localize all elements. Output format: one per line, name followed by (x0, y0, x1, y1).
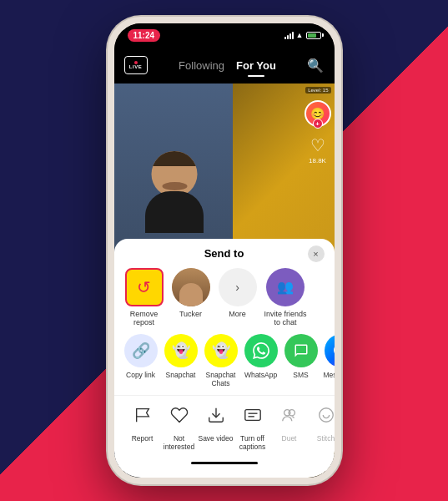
stitch-icon (310, 399, 335, 431)
tucker-avatar (172, 268, 210, 306)
phone-frame: 11:24 ▲ LIVE F (108, 17, 341, 484)
captions-label: Turn offcaptions (239, 434, 266, 451)
heart-icon: ♡ (310, 135, 325, 155)
close-button[interactable]: × (308, 245, 325, 262)
live-label: LIVE (129, 64, 142, 69)
svg-rect-1 (244, 409, 259, 420)
messenger-label: Messenger (323, 371, 334, 379)
repost-icon: ↺ (125, 268, 164, 306)
home-indicator (114, 454, 335, 471)
captions-icon (237, 399, 269, 431)
app-copy-link[interactable]: 🔗 Copy link (124, 334, 158, 379)
app-row: 🔗 Copy link 👻 Snapchat 👻 SnapchatChats (114, 334, 335, 394)
live-badge[interactable]: LIVE (124, 56, 148, 74)
invite-label: Invite friendsto chat (264, 310, 307, 328)
duet-label: Duet (282, 434, 297, 443)
whatsapp-label: WhatsApp (244, 371, 277, 379)
app-messenger[interactable]: Messenger (325, 334, 335, 379)
action-stitch: Stitch (308, 399, 335, 443)
action-not-interested[interactable]: Notinterested (161, 399, 198, 451)
snapchat-label: Snapchat (166, 371, 196, 379)
copy-link-icon: 🔗 (124, 334, 158, 367)
person-body (145, 191, 204, 233)
tab-following[interactable]: Following (174, 56, 229, 75)
action-save-video[interactable]: Save video (198, 399, 234, 443)
hair (152, 151, 198, 166)
snapchat-chats-icon: 👻 (204, 334, 238, 367)
report-icon (127, 399, 159, 431)
repost-label: Removerepost (130, 310, 159, 328)
svg-point-6 (319, 407, 333, 422)
action-row: Report Notinterested Save video (114, 395, 335, 454)
signal-icon (284, 31, 294, 39)
person-head (152, 151, 198, 197)
action-report[interactable]: Report (124, 399, 161, 443)
status-bar: 11:24 ▲ (114, 23, 335, 47)
sms-icon (284, 334, 318, 367)
home-bar (191, 462, 258, 464)
share-item-repost[interactable]: ↺ Removerepost (124, 268, 164, 328)
messenger-icon (325, 334, 335, 367)
nav-tabs: Following For You (174, 56, 281, 75)
invite-icon: 👥 (266, 268, 305, 306)
share-item-more[interactable]: › More (218, 268, 258, 319)
app-snapchat-chats[interactable]: 👻 SnapchatChats (204, 334, 238, 387)
snapchat-chats-label: SnapchatChats (206, 371, 236, 387)
share-row: ↺ Removerepost Tucker › (114, 265, 335, 335)
save-video-icon (200, 399, 232, 431)
heart-button[interactable]: ♡ 18.8K (309, 135, 326, 164)
report-label: Report (132, 434, 154, 443)
more-icon: › (219, 268, 257, 306)
status-icons: ▲ (284, 31, 321, 39)
tucker-label: Tucker (179, 310, 202, 319)
right-sidebar: 😊 + ♡ 18.8K (305, 100, 331, 164)
beard (162, 182, 187, 190)
sms-label: SMS (293, 371, 308, 379)
search-button[interactable]: 🔍 (307, 58, 324, 73)
sheet-header: Send to × (114, 239, 335, 265)
phone-screen: 11:24 ▲ LIVE F (114, 23, 335, 478)
share-item-invite[interactable]: 👥 Invite friendsto chat (264, 268, 307, 328)
not-interested-icon (164, 399, 195, 431)
heart-count: 18.8K (309, 157, 326, 164)
whatsapp-icon (244, 334, 278, 367)
app-whatsapp[interactable]: WhatsApp (244, 334, 278, 379)
app-snapchat[interactable]: 👻 Snapchat (164, 334, 198, 379)
copy-link-label: Copy link (126, 371, 155, 379)
snapchat-icon: 👻 (164, 334, 198, 367)
creator-avatar[interactable]: 😊 + (305, 100, 331, 127)
follow-plus-badge[interactable]: + (313, 119, 323, 129)
status-time: 11:24 (128, 29, 161, 42)
tab-for-you[interactable]: For You (231, 56, 281, 75)
sheet-title: Send to (204, 247, 244, 260)
duet-icon (274, 399, 305, 431)
send-to-sheet: Send to × ↺ Removerepost (114, 239, 335, 478)
top-nav: LIVE Following For You 🔍 (114, 47, 335, 84)
svg-point-5 (289, 409, 294, 415)
action-duet: Duet (271, 399, 308, 443)
share-item-tucker[interactable]: Tucker (171, 268, 211, 319)
stitch-label: Stitch (317, 434, 335, 443)
save-video-label: Save video (198, 434, 233, 443)
game-level: Level: 15 (305, 87, 330, 94)
battery-icon (306, 32, 321, 39)
not-interested-label: Notinterested (164, 434, 194, 451)
action-captions[interactable]: Turn offcaptions (234, 399, 271, 451)
app-sms[interactable]: SMS (284, 334, 318, 379)
more-label: More (229, 310, 246, 319)
wifi-icon: ▲ (296, 31, 304, 39)
